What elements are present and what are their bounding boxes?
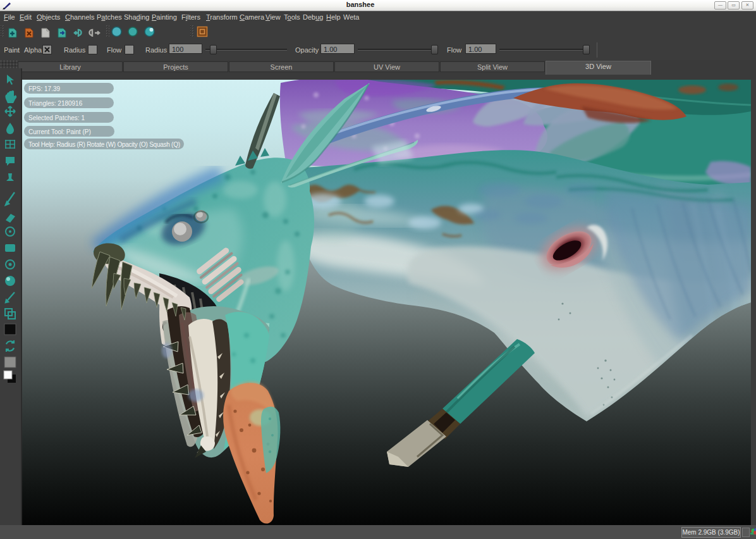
svg-text:Triangles: 2180916: Triangles: 2180916	[28, 100, 83, 107]
svg-text:Selected Patches: 1: Selected Patches: 1	[28, 115, 85, 121]
svg-text:Tool Help: Radius (R) Rota: Tool Help: Radius (R) Rotate (W) Opacity…	[28, 141, 180, 148]
svg-text:FPS: 17.39: FPS: 17.39	[28, 85, 60, 92]
svg-text:Current Tool: Paint (P): Current Tool: Paint (P)	[28, 128, 91, 135]
